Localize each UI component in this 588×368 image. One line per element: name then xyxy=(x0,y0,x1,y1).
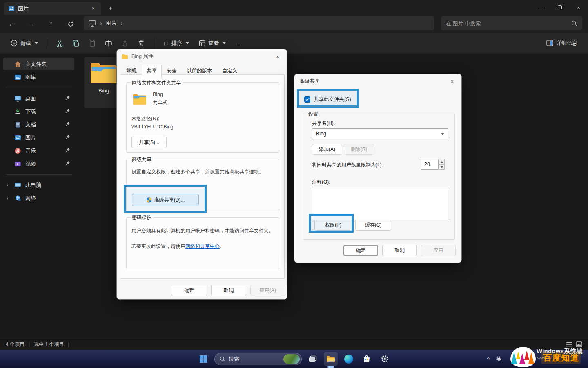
sidebar-item-network[interactable]: › 网络 xyxy=(3,192,74,204)
up-button[interactable]: ↑ xyxy=(44,18,58,30)
pin-icon xyxy=(65,121,70,128)
share-button[interactable]: 共享(S)... xyxy=(131,137,167,148)
remove-button[interactable]: 删除(R) xyxy=(344,144,374,155)
ok-button[interactable]: 确定 xyxy=(171,285,207,296)
new-tab-button[interactable]: + xyxy=(105,3,116,13)
sidebar-item-videos[interactable]: 视频 xyxy=(3,157,74,170)
sidebar-item-gallery[interactable]: 图库 xyxy=(3,71,74,83)
sidebar-item-label: 网络 xyxy=(25,195,36,202)
refresh-icon xyxy=(67,21,74,27)
back-button[interactable]: ← xyxy=(5,18,19,30)
password-protection-group: 密码保护 用户必须具有此计算机的用户帐户和密码，才能访问共享文件夹。 若要更改此… xyxy=(126,217,279,269)
edge-button[interactable] xyxy=(342,352,356,366)
dialog-title: Bing 属性 xyxy=(131,53,154,60)
restore-button[interactable] xyxy=(550,0,569,15)
dialog-title-bar[interactable]: Bing 属性 xyxy=(117,49,287,63)
refresh-button[interactable] xyxy=(64,18,78,30)
search-input[interactable] xyxy=(446,20,571,27)
store-button[interactable] xyxy=(360,352,374,366)
copy-button[interactable] xyxy=(69,36,83,50)
view-button[interactable]: 查看 xyxy=(195,37,230,50)
apply-button[interactable]: 应用 xyxy=(421,245,456,256)
ime-indicator[interactable]: 英 xyxy=(496,355,501,363)
network-sharing-group: 网络文件和文件夹共享 Bing 共享式 网络路径(N): \\BILLYFU-P… xyxy=(126,82,279,153)
sidebar-item-music[interactable]: 音乐 xyxy=(3,144,74,157)
network-sharing-center-link[interactable]: 网络和共享中心 xyxy=(185,243,220,249)
settings-button[interactable] xyxy=(378,352,392,366)
breadcrumb-item[interactable]: 图片 xyxy=(106,20,117,27)
task-view-button[interactable] xyxy=(306,352,320,366)
expand-chevron-icon[interactable]: › xyxy=(7,195,8,201)
sidebar-item-label: 此电脑 xyxy=(25,182,41,189)
forward-button[interactable]: → xyxy=(24,18,38,30)
sidebar-item-pictures[interactable]: 图片 xyxy=(3,131,74,144)
this-pc-icon xyxy=(14,182,21,189)
minimize-button[interactable]: — xyxy=(532,0,550,15)
breadcrumb[interactable]: › 图片 › xyxy=(84,16,434,30)
share-button[interactable] xyxy=(118,36,132,50)
spinner-up-icon[interactable] xyxy=(439,159,445,164)
sidebar-item-downloads[interactable]: 下载 xyxy=(3,105,74,118)
gallery-icon xyxy=(14,74,21,81)
spinner-down-icon[interactable] xyxy=(439,164,445,170)
desktop: 图片 × + — × ← → ↑ › 图片 › 新建 xyxy=(0,0,588,368)
divider xyxy=(47,38,47,49)
shared-folder-status: 共享式 xyxy=(153,99,167,106)
more-button[interactable]: … xyxy=(232,36,246,50)
paste-button[interactable] xyxy=(85,36,100,50)
delete-button[interactable] xyxy=(134,36,149,50)
search-box[interactable] xyxy=(441,16,582,30)
explorer-tab[interactable]: 图片 × xyxy=(4,2,101,15)
share-name-value: Bing xyxy=(316,131,326,137)
sidebar-item-documents[interactable]: 文档 xyxy=(3,118,74,131)
dialog-close-icon[interactable]: × xyxy=(447,77,457,86)
user-limit-label: 将同时共享的用户数量限制为(L): xyxy=(312,162,383,168)
view-icon xyxy=(199,40,205,47)
dialog-title-bar[interactable]: 高级共享 xyxy=(294,74,461,88)
sidebar-item-label: 下载 xyxy=(25,108,36,115)
tray-chevron-icon[interactable]: ^ xyxy=(487,356,490,362)
new-button[interactable]: 新建 xyxy=(7,37,42,50)
network-icon xyxy=(14,195,21,202)
sidebar-item-label: 视频 xyxy=(25,160,36,168)
close-button[interactable]: × xyxy=(569,0,588,15)
status-bar: 4 个项目 | 选中 1 个项目 | xyxy=(0,339,588,350)
highlight-advanced-sharing-button xyxy=(124,185,207,213)
file-explorer-button[interactable] xyxy=(324,352,338,366)
user-limit-input[interactable]: 20 xyxy=(421,159,439,170)
dialog-close-icon[interactable]: × xyxy=(272,52,283,61)
share-name-combobox[interactable]: Bing xyxy=(312,128,448,139)
separator: | xyxy=(68,341,69,347)
start-button[interactable] xyxy=(196,352,210,366)
sort-button[interactable]: ↑↓ 排序 xyxy=(159,37,193,50)
caching-button[interactable]: 缓存(C) xyxy=(355,220,391,231)
search-highlight-image[interactable] xyxy=(283,354,300,364)
group-title: 高级共享 xyxy=(130,156,153,163)
cancel-button[interactable]: 取消 xyxy=(211,285,246,296)
monitor-icon xyxy=(89,20,96,27)
user-limit-spinner[interactable] xyxy=(439,159,445,170)
sidebar-item-this-pc[interactable]: › 此电脑 xyxy=(3,179,74,191)
rename-button[interactable] xyxy=(101,36,116,50)
taskbar-search[interactable]: 搜索 xyxy=(214,353,302,365)
cut-button[interactable] xyxy=(52,36,67,50)
comments-label: 注释(O): xyxy=(312,179,330,186)
tab-close-icon[interactable]: × xyxy=(89,4,97,13)
cancel-button[interactable]: 取消 xyxy=(382,245,417,256)
divider xyxy=(6,88,72,88)
file-name: Bing xyxy=(98,88,109,94)
expand-chevron-icon[interactable]: › xyxy=(7,182,8,188)
apply-button[interactable]: 应用(A) xyxy=(250,285,285,296)
new-label: 新建 xyxy=(20,40,31,47)
ok-button[interactable]: 确定 xyxy=(343,245,378,256)
tab-sharing[interactable]: 共享 xyxy=(142,65,162,77)
sidebar-item-label: 主文件夹 xyxy=(25,61,47,68)
sidebar-item-desktop[interactable]: 桌面 xyxy=(3,92,74,105)
sidebar-item-home[interactable]: 主文件夹 xyxy=(3,58,74,70)
details-pane-button[interactable]: 详细信息 xyxy=(542,37,581,50)
gear-icon xyxy=(381,355,389,363)
divider xyxy=(154,38,154,49)
pin-icon xyxy=(65,95,70,101)
new-plus-icon xyxy=(11,40,18,47)
add-button[interactable]: 添加(A) xyxy=(312,144,342,155)
